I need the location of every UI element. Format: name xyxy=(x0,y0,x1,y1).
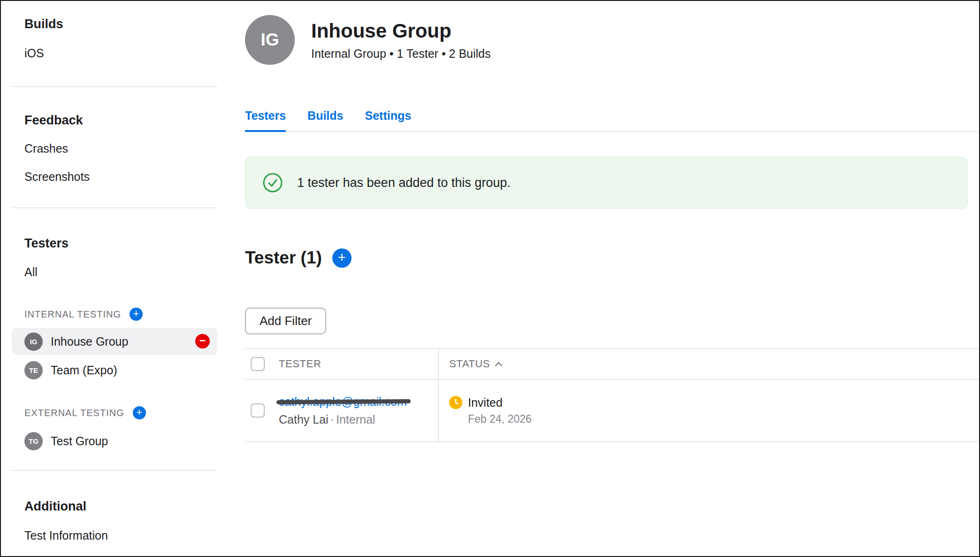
table-row: cathyl.apple@gmail.com Cathy Lai·Interna… xyxy=(245,379,979,442)
remove-group-button[interactable]: − xyxy=(195,334,210,348)
testflight-group-page: Builds iOS Feedback Crashes Screenshots … xyxy=(0,0,980,557)
plus-icon: + xyxy=(338,250,346,264)
select-all-cell xyxy=(245,349,279,379)
status-column-label: STATUS xyxy=(449,358,490,370)
group-avatar: TG xyxy=(24,432,43,450)
tab-bar: Testers Builds Settings xyxy=(245,109,979,132)
sidebar: Builds iOS Feedback Crashes Screenshots … xyxy=(1,1,218,556)
tester-cell: cathyl.apple@gmail.com Cathy Lai·Interna… xyxy=(279,379,438,441)
group-avatar-large: IG xyxy=(245,15,295,65)
group-avatar: IG xyxy=(24,333,43,351)
success-banner: 1 tester has been added to this group. xyxy=(245,156,968,209)
testers-table: TESTER STATUS cathyl.apple@gmail.com Cat… xyxy=(245,348,979,442)
tester-section-header: Tester (1) + xyxy=(245,248,979,268)
sidebar-item-screenshots[interactable]: Screenshots xyxy=(1,170,218,184)
tester-meta: Cathy Lai·Internal xyxy=(279,413,375,426)
add-tester-button[interactable]: + xyxy=(332,248,352,268)
tester-email-link[interactable]: cathyl.apple@gmail.com xyxy=(279,395,407,409)
sidebar-heading-builds: Builds xyxy=(1,16,218,32)
divider xyxy=(12,86,217,87)
meta-separator: · xyxy=(330,413,334,426)
sidebar-heading-additional: Additional xyxy=(1,499,218,514)
group-subtitle: Internal Group • 1 Tester • 2 Builds xyxy=(311,47,491,61)
column-header-status[interactable]: STATUS xyxy=(438,349,979,379)
sidebar-heading-feedback: Feedback xyxy=(1,113,218,128)
divider xyxy=(12,208,217,208)
tester-name: Cathy Lai xyxy=(279,413,329,426)
invited-clock-icon xyxy=(449,396,462,409)
divider xyxy=(12,470,217,471)
tab-settings[interactable]: Settings xyxy=(365,109,412,132)
sidebar-item-test-information[interactable]: Test Information xyxy=(1,528,218,543)
page-title: Inhouse Group xyxy=(311,20,491,42)
plus-icon: + xyxy=(136,407,142,418)
tab-builds[interactable]: Builds xyxy=(307,109,343,132)
group-header: IG Inhouse Group Internal Group • 1 Test… xyxy=(245,15,979,65)
minus-icon: − xyxy=(199,335,206,346)
table-header-row: TESTER STATUS xyxy=(245,348,979,379)
banner-message: 1 tester has been added to this group. xyxy=(297,176,511,190)
tab-testers[interactable]: Testers xyxy=(245,109,286,132)
group-avatar: TE xyxy=(24,361,43,379)
group-name: Inhouse Group xyxy=(51,335,128,348)
tester-type: Internal xyxy=(336,413,375,426)
status-cell: Invited Feb 24, 2026 xyxy=(438,379,979,441)
select-all-checkbox[interactable] xyxy=(251,357,265,371)
sort-ascending-icon xyxy=(495,362,503,367)
column-header-tester[interactable]: TESTER xyxy=(279,349,438,379)
group-name: Team (Expo) xyxy=(51,364,117,377)
sidebar-item-all-testers[interactable]: All xyxy=(1,265,218,279)
internal-testing-section: INTERNAL TESTING + xyxy=(1,308,218,321)
sidebar-item-inhouse-group[interactable]: IG Inhouse Group − xyxy=(12,328,217,355)
sidebar-item-ios[interactable]: iOS xyxy=(1,46,218,61)
group-name: Test Group xyxy=(51,434,108,448)
sidebar-item-test-group[interactable]: TG Test Group xyxy=(12,427,217,455)
row-select-cell xyxy=(245,379,279,441)
status-date: Feb 24, 2026 xyxy=(468,413,532,425)
tester-count-heading: Tester (1) xyxy=(245,248,322,268)
plus-icon: + xyxy=(133,309,139,319)
status-line: Invited xyxy=(449,396,503,410)
internal-testing-label: INTERNAL TESTING xyxy=(24,309,121,320)
add-filter-button[interactable]: Add Filter xyxy=(245,308,326,334)
add-internal-group-button[interactable]: + xyxy=(130,308,143,321)
sidebar-item-crashes[interactable]: Crashes xyxy=(1,141,218,156)
check-circle-icon xyxy=(262,172,283,193)
status-badge: Invited xyxy=(468,396,503,410)
add-external-group-button[interactable]: + xyxy=(133,406,146,419)
sidebar-item-team-expo[interactable]: TE Team (Expo) xyxy=(12,356,217,384)
external-testing-section: EXTERNAL TESTING + xyxy=(1,406,218,419)
external-testing-label: EXTERNAL TESTING xyxy=(24,408,124,418)
sidebar-heading-testers: Testers xyxy=(1,236,218,251)
main-content: IG Inhouse Group Internal Group • 1 Test… xyxy=(218,1,979,556)
group-header-text: Inhouse Group Internal Group • 1 Tester … xyxy=(311,20,491,61)
row-checkbox[interactable] xyxy=(251,403,265,418)
